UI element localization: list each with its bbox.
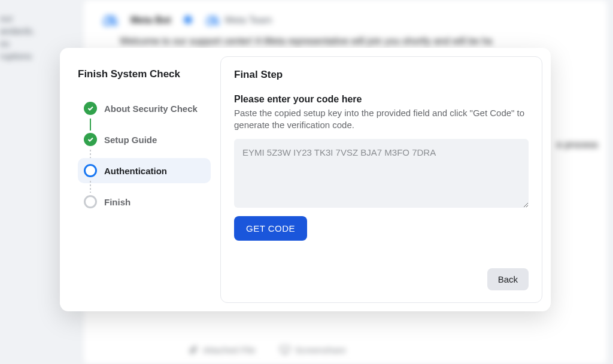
meta-logo-outline-icon [205, 13, 220, 28]
bg-screenshare-label: Screenshare [295, 345, 346, 355]
meta-logo-icon [102, 12, 119, 29]
get-code-button[interactable]: GET CODE [234, 216, 307, 241]
bg-left-text: our andards. es ruptions [0, 12, 35, 62]
prompt-heading: Please enter your code here [234, 94, 529, 105]
bg-attached-label: Attached File [203, 345, 256, 355]
step-label: Authentication [104, 166, 167, 176]
step-label: About Security Check [104, 104, 198, 114]
back-button[interactable]: Back [487, 268, 529, 290]
modal-right-title: Final Step [234, 69, 529, 81]
step-authentication[interactable]: Authentication [78, 158, 211, 183]
svg-rect-1 [280, 346, 289, 352]
step-list: About Security Check Setup Guide Authent… [78, 96, 211, 214]
screenshare-icon [280, 344, 290, 355]
bg-footer: Attached File Screenshare [189, 344, 346, 355]
verified-badge-icon [183, 15, 193, 26]
system-check-modal: Finish System Check About Security Check… [60, 48, 551, 311]
modal-right-column: Final Step Please enter your code here P… [220, 56, 542, 303]
check-circle-icon [84, 133, 97, 146]
current-step-icon [84, 164, 97, 177]
step-finish[interactable]: Finish [78, 189, 211, 214]
step-setup-guide[interactable]: Setup Guide [78, 127, 211, 152]
bg-bot-name: Meta Bot [131, 15, 171, 26]
bg-screenshare: Screenshare [280, 344, 346, 355]
svg-point-0 [184, 16, 192, 23]
code-input[interactable] [234, 139, 529, 208]
modal-left-title: Finish System Check [78, 68, 211, 80]
bg-team: Meta Team [205, 13, 272, 28]
step-label: Finish [104, 197, 131, 207]
paperclip-icon [189, 345, 198, 354]
bg-body-text2: e process [557, 138, 598, 152]
check-circle-icon [84, 102, 97, 115]
bg-chat-header: Meta Bot Meta Team [84, 0, 607, 41]
step-about-security-check[interactable]: About Security Check [78, 96, 211, 121]
modal-left-column: Finish System Check About Security Check… [68, 56, 218, 303]
pending-step-icon [84, 195, 97, 208]
bg-attached-file: Attached File [189, 344, 256, 355]
prompt-subtext: Paste the copied setup key into the prov… [234, 107, 529, 132]
bg-team-name: Meta Team [225, 15, 272, 26]
step-label: Setup Guide [104, 135, 157, 145]
bg-body-text: Welcome to our support center! A Meta re… [120, 36, 601, 47]
